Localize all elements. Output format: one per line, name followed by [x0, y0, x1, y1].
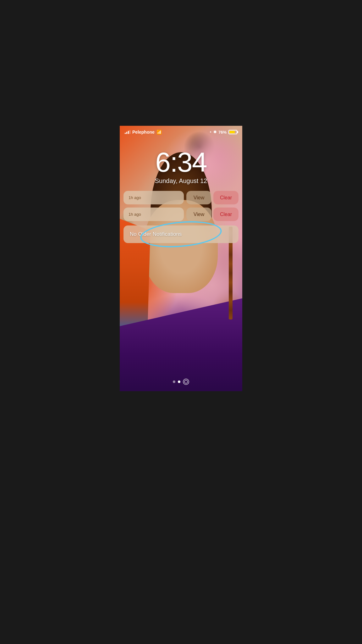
page-dots: [120, 379, 242, 389]
no-older-notification: No Older Notifications: [123, 225, 239, 243]
status-left: Pelephone 📶: [125, 130, 162, 135]
clock-area: 6:34 Sunday, August 12: [120, 136, 242, 185]
page-dot-2-active[interactable]: [178, 380, 180, 383]
battery: [228, 130, 237, 134]
bluetooth-icon: ✱: [213, 130, 217, 134]
notification-timestamp-2: 1h ago: [129, 212, 141, 217]
signal-bars-icon: [125, 130, 130, 134]
notification-row-1: 1h ago View Clear: [123, 191, 239, 204]
clear-button-2[interactable]: Clear: [213, 208, 239, 221]
status-bar: Pelephone 📶 ‣ ✱ 76%: [120, 126, 242, 136]
screen-content: Pelephone 📶 ‣ ✱ 76% 6:34 Sunday, August …: [120, 126, 242, 391]
view-button-1[interactable]: View: [186, 191, 211, 204]
no-older-text: No Older Notifications: [130, 231, 182, 237]
signal-bar-3: [128, 131, 129, 134]
page-dot-1[interactable]: [173, 380, 175, 383]
notification-card-1[interactable]: 1h ago: [123, 191, 184, 204]
phone-screen: Pelephone 📶 ‣ ✱ 76% 6:34 Sunday, August …: [120, 126, 242, 391]
view-button-2[interactable]: View: [186, 208, 211, 221]
notification-timestamp-1: 1h ago: [129, 195, 141, 200]
clear-button-1[interactable]: Clear: [213, 191, 239, 204]
date-display: Sunday, August 12: [120, 177, 242, 185]
swipe-actions-1: View Clear: [186, 191, 239, 204]
battery-percent: 76%: [218, 130, 227, 135]
signal-bar-2: [126, 132, 127, 134]
battery-fill: [229, 131, 235, 133]
camera-shortcut[interactable]: [183, 379, 189, 385]
swipe-actions-2: View Clear: [186, 208, 239, 221]
status-right: ‣ ✱ 76%: [210, 130, 237, 135]
notifications-area: 1h ago View Clear 1h ago View Clear: [120, 185, 242, 391]
signal-bar-4: [129, 130, 130, 134]
no-older-wrapper: No Older Notifications: [123, 225, 239, 243]
wifi-icon: 📶: [156, 130, 162, 135]
notification-card-2[interactable]: 1h ago: [123, 208, 184, 221]
location-icon: ‣: [210, 130, 211, 134]
battery-icon: [228, 130, 237, 134]
time-display: 6:34: [120, 148, 242, 176]
carrier-name: Pelephone: [132, 130, 155, 135]
notification-row-2: 1h ago View Clear: [123, 208, 239, 221]
signal-bar-1: [125, 133, 126, 134]
